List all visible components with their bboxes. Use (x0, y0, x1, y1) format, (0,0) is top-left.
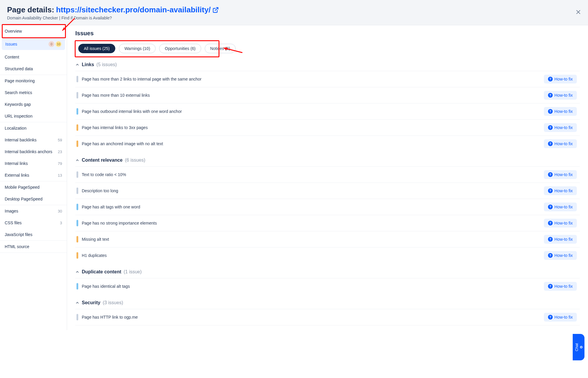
issue-group-header[interactable]: Links (5 issues) (75, 56, 580, 71)
help-icon: ? (548, 205, 553, 209)
page-url-link[interactable]: https://sitechecker.pro/domain-availabil… (56, 5, 211, 14)
sidebar-item-label: Images (5, 209, 18, 213)
sidebar-item-label: Internal backlinks anchors (5, 149, 52, 154)
issue-group-header[interactable]: Duplicate content (1 issue) (75, 263, 580, 278)
sidebar-item-images[interactable]: Images30 (0, 205, 67, 217)
how-to-fix-button[interactable]: ?How-to fix (544, 251, 577, 260)
sidebar-item-keywords-gap[interactable]: Keywords gap (0, 98, 67, 110)
sidebar-item-content[interactable]: Content (0, 51, 67, 63)
how-to-fix-label: How-to fix (554, 221, 573, 225)
sidebar-item-count: 59 (58, 138, 62, 142)
sidebar-item-label: CSS files (5, 220, 22, 225)
external-link-icon[interactable] (212, 7, 219, 13)
sidebar-item-mobile-pagespeed[interactable]: Mobile PageSpeed (0, 181, 67, 193)
how-to-fix-label: How-to fix (554, 253, 573, 258)
sidebar-item-label: Structured data (5, 66, 33, 71)
how-to-fix-button[interactable]: ?How-to fix (544, 313, 577, 322)
sidebar-item-label: Page monitoring (5, 78, 35, 83)
group-title: Security (82, 300, 100, 305)
how-to-fix-button[interactable]: ?How-to fix (544, 91, 577, 100)
issue-text: H1 duplicates (82, 253, 107, 258)
sidebar-item-issues[interactable]: Issues010 (2, 38, 65, 50)
issue-row[interactable]: H1 duplicates?How-to fix (75, 247, 580, 263)
help-icon: ? (548, 109, 553, 114)
sidebar-item-javascript-files[interactable]: JavaScript files (0, 229, 67, 240)
sidebar-item-url-inspection[interactable]: URL inspection (0, 110, 67, 122)
sidebar-item-count: 23 (58, 150, 62, 154)
issue-row[interactable]: Text to code ratio < 10%?How-to fix (75, 166, 580, 183)
badge-warnings: 10 (56, 41, 61, 47)
group-title: Duplicate content (82, 269, 121, 275)
issue-row[interactable]: Description too long?How-to fix (75, 183, 580, 199)
sidebar-item-page-monitoring[interactable]: Page monitoring (0, 75, 67, 87)
how-to-fix-label: How-to fix (554, 205, 573, 209)
how-to-fix-button[interactable]: ?How-to fix (544, 139, 577, 148)
issue-row[interactable]: Page has internal links to 3xx pages?How… (75, 119, 580, 136)
sidebar-item-desktop-pagespeed[interactable]: Desktop PageSpeed (0, 193, 67, 205)
help-icon: ? (548, 253, 553, 258)
sidebar-item-count: 30 (58, 209, 62, 213)
issue-text: Page has alt tags with one word (82, 205, 140, 209)
sidebar-item-label: HTML source (5, 244, 29, 249)
close-icon[interactable] (575, 9, 582, 16)
sidebar-item-html-source[interactable]: HTML source (0, 241, 67, 252)
how-to-fix-button[interactable]: ?How-to fix (544, 203, 577, 211)
how-to-fix-label: How-to fix (554, 125, 573, 130)
how-to-fix-button[interactable]: ?How-to fix (544, 107, 577, 116)
how-to-fix-button[interactable]: ?How-to fix (544, 170, 577, 179)
sidebar-item-internal-links[interactable]: Internal links79 (0, 158, 67, 169)
chevron-up-icon (75, 63, 79, 67)
sidebar-item-internal-backlinks[interactable]: Internal backlinks59 (0, 134, 67, 146)
issue-row[interactable]: Page has no strong importance elements?H… (75, 215, 580, 231)
how-to-fix-label: How-to fix (554, 109, 573, 114)
sidebar-item-localization[interactable]: Localization (0, 122, 67, 134)
sidebar: OverviewIssues010ContentStructured dataP… (0, 25, 67, 330)
group-title: Content relevance (82, 158, 123, 163)
sidebar-item-count: 3 (60, 221, 62, 225)
issue-row[interactable]: Page has identical alt tags?How-to fix (75, 278, 580, 294)
sidebar-item-structured-data[interactable]: Structured data (0, 63, 67, 75)
issue-row[interactable]: Page has alt tags with one word?How-to f… (75, 199, 580, 215)
issue-row[interactable]: Page has an anchored image with no alt t… (75, 136, 580, 152)
svg-line-0 (215, 7, 218, 10)
filter-pill-all[interactable]: All issues (25) (78, 44, 115, 53)
group-count: (1 issue) (124, 269, 141, 275)
sidebar-item-label: URL inspection (5, 114, 32, 118)
help-icon: ? (548, 172, 553, 177)
severity-indicator (76, 252, 78, 259)
how-to-fix-button[interactable]: ?How-to fix (544, 235, 577, 244)
how-to-fix-button[interactable]: ?How-to fix (544, 219, 577, 228)
filter-pill-opportunities[interactable]: Opportunities (6) (159, 44, 201, 53)
how-to-fix-button[interactable]: ?How-to fix (544, 123, 577, 132)
issue-text: Missing alt text (82, 237, 109, 242)
how-to-fix-label: How-to fix (554, 315, 573, 320)
issue-group-header[interactable]: Security (3 issues) (75, 294, 580, 309)
issue-row[interactable]: Page has more than 10 external links?How… (75, 87, 580, 103)
issue-row[interactable]: Page has more than 2 links to internal p… (75, 71, 580, 87)
how-to-fix-button[interactable]: ?How-to fix (544, 75, 577, 83)
sidebar-item-external-links[interactable]: External links13 (0, 169, 67, 181)
sidebar-item-search-metrics[interactable]: Search metrics (0, 87, 67, 98)
chevron-up-icon (75, 270, 79, 274)
page-title-prefix: Page details: (7, 5, 54, 14)
issue-row[interactable]: Page has HTTP link to ogp.me?How-to fix (75, 309, 580, 325)
issues-heading: Issues (75, 30, 580, 37)
sidebar-item-overview[interactable]: Overview (0, 25, 67, 37)
sidebar-item-internal-backlinks-anchors[interactable]: Internal backlinks anchors23 (0, 146, 67, 158)
how-to-fix-button[interactable]: ?How-to fix (544, 186, 577, 195)
filter-pill-notices[interactable]: Notices (8) (205, 44, 236, 53)
group-count: (3 issues) (103, 300, 123, 305)
severity-indicator (76, 236, 78, 242)
issue-row[interactable]: Missing alt text?How-to fix (75, 231, 580, 247)
sidebar-item-label: Content (5, 55, 19, 59)
sidebar-item-css-files[interactable]: CSS files3 (0, 217, 67, 229)
issue-group-header[interactable]: Content relevance (6 issues) (75, 152, 580, 166)
how-to-fix-label: How-to fix (554, 141, 573, 146)
issue-text: Page has outbound internal links with on… (82, 109, 182, 114)
sidebar-item-label: Internal links (5, 161, 28, 166)
issue-row[interactable]: Page has outbound internal links with on… (75, 103, 580, 119)
how-to-fix-label: How-to fix (554, 77, 573, 81)
group-count: (5 issues) (96, 62, 117, 67)
filter-pill-warnings[interactable]: Warnings (10) (119, 44, 156, 53)
how-to-fix-button[interactable]: ?How-to fix (544, 282, 577, 291)
